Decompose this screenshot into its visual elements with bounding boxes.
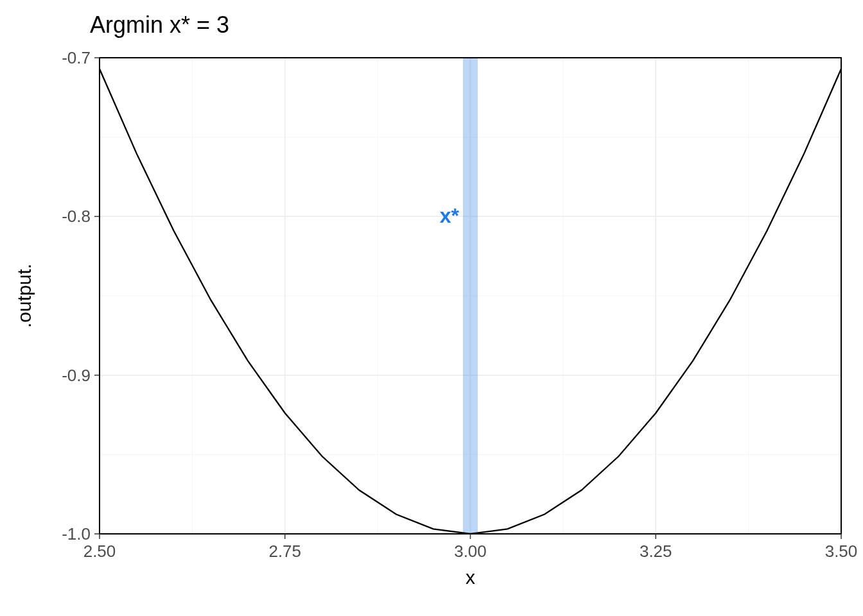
y-axis-label: .output.	[13, 264, 35, 328]
x-tick-label: 2.75	[268, 542, 301, 561]
x-axis-label: x	[466, 567, 475, 588]
chart-svg: x*2.502.753.003.253.50-1.0-0.9-0.8-0.7x.…	[0, 0, 863, 616]
y-tick-label: -1.0	[62, 524, 91, 543]
x-tick-label: 3.25	[640, 542, 672, 561]
chart-container: Argmin x* = 3 x*2.502.753.003.253.50-1.0…	[0, 0, 863, 616]
x-tick-label: 3.50	[825, 542, 858, 561]
annotation-xstar: x*	[440, 204, 460, 227]
x-tick-label: 2.50	[83, 542, 116, 561]
x-tick-label: 3.00	[454, 542, 487, 561]
argmin-band	[463, 58, 478, 534]
y-tick-label: -0.7	[62, 48, 91, 67]
y-tick-label: -0.9	[62, 366, 91, 385]
y-tick-label: -0.8	[62, 207, 91, 226]
